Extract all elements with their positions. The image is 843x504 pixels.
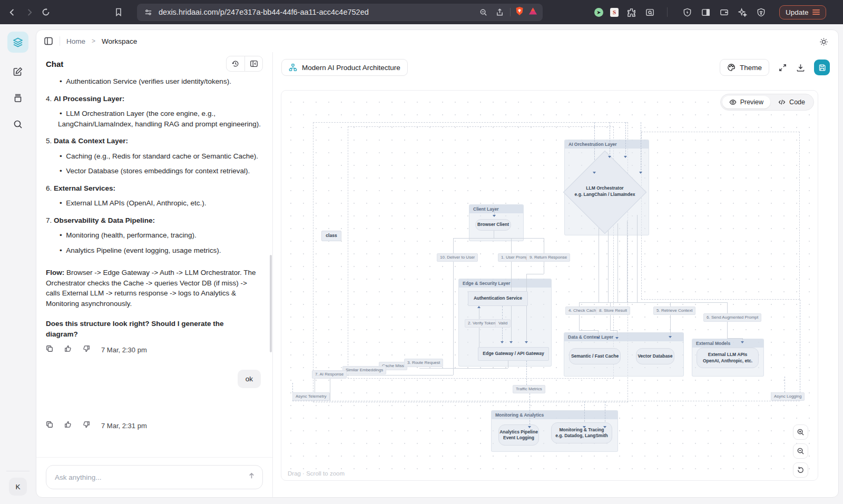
panel-toggle-icon[interactable] — [44, 36, 53, 46]
chat-scrollbar[interactable] — [270, 255, 272, 352]
brave-shield-icon[interactable] — [515, 6, 524, 18]
forward-icon[interactable] — [23, 6, 35, 18]
zoom-out-icon[interactable] — [793, 443, 808, 459]
bookmark-icon[interactable] — [113, 6, 124, 18]
chevron-right-icon: > — [92, 37, 95, 45]
message-timestamp: 7 Mar, 2:30 pm — [101, 345, 147, 355]
assistant-flow: Flow: Browser -> Edge Gateway -> Auth ->… — [46, 268, 261, 309]
chat-toolbar — [226, 56, 263, 72]
node-authentication-service[interactable]: Authentication Service — [468, 291, 528, 306]
compose-icon[interactable] — [13, 66, 23, 79]
code-tab[interactable]: Code — [771, 96, 812, 108]
edge-label: 6. Send Augmented Prompt — [703, 313, 761, 322]
history-icon[interactable] — [227, 56, 244, 71]
reload-icon[interactable] — [40, 6, 52, 18]
zoom-page-icon[interactable] — [477, 6, 489, 18]
node-class[interactable]: class — [321, 231, 341, 241]
breadcrumb: Home > Workspace — [66, 37, 137, 45]
node-edge-gateway[interactable]: Edge Gateway / API Gateway — [478, 347, 549, 361]
breadcrumb-current: Workspace — [102, 37, 137, 45]
extensions-group: ➤ S — [594, 6, 655, 18]
canvas-toolbar: Modern AI Product Architecture Theme — [273, 52, 838, 83]
preview-tab[interactable]: Preview — [722, 96, 770, 108]
vpn-shield-icon[interactable] — [755, 6, 767, 18]
message-actions: 7 Mar, 2:31 pm — [46, 421, 261, 431]
rewards-icon[interactable] — [681, 6, 693, 18]
send-icon[interactable] — [248, 472, 256, 481]
edge-label: 5. Retrieve Context — [653, 307, 695, 315]
node-external-llm-apis[interactable]: External LLM APIsOpenAI, Anthropic, etc. — [697, 348, 759, 368]
archive-icon[interactable] — [13, 93, 23, 105]
container-title: Data & Context Layer — [564, 333, 683, 341]
edge-label: 7. AI Response — [312, 370, 347, 379]
container-title: Monitoring & Analytics — [492, 411, 617, 419]
copy-icon[interactable] — [46, 421, 53, 431]
leo-ai-sparkles-icon[interactable] — [737, 6, 748, 18]
divider — [60, 36, 60, 46]
diagram-icon — [289, 63, 297, 72]
sidebar-toggle-browser-icon[interactable] — [700, 6, 711, 18]
url-text[interactable]: dexis.hridaai.com/p/247e317a-bb44-44f6-a… — [159, 8, 473, 16]
canvas-actions: Theme — [720, 59, 830, 76]
reset-view-icon[interactable] — [793, 462, 808, 478]
brave-triangle-icon[interactable] — [528, 7, 537, 17]
browser-actions-group — [681, 6, 767, 18]
thumbs-down-icon[interactable] — [83, 421, 90, 431]
chat-input[interactable] — [46, 465, 263, 489]
wallet-icon[interactable] — [718, 6, 730, 18]
user-avatar[interactable]: K — [9, 478, 27, 496]
save-button[interactable] — [814, 60, 830, 75]
edge-label: Traffic Metrics — [513, 385, 545, 393]
puzzle-extensions-icon[interactable] — [625, 6, 637, 18]
thumbs-down-icon[interactable] — [83, 345, 90, 355]
theme-button[interactable]: Theme — [720, 59, 769, 76]
assistant-question: Does this structure look right? Should I… — [46, 319, 241, 339]
user-message-bubble: ok — [238, 370, 261, 389]
theme-toggle-sun-icon[interactable] — [816, 34, 831, 49]
thumbs-up-icon[interactable] — [64, 421, 72, 431]
diagram-group-boundary — [641, 132, 800, 300]
fullscreen-icon[interactable] — [778, 63, 787, 72]
edge-label: 9. Return Response — [526, 253, 570, 262]
edge-label: Async Logging — [771, 392, 805, 401]
zoom-in-icon[interactable] — [793, 424, 808, 440]
chat-messages[interactable]: Authentication Service (verifies user id… — [36, 75, 272, 457]
back-icon[interactable] — [6, 6, 18, 18]
canvas-zoom-controls — [793, 424, 808, 478]
assistant-bullet: LLM Orchestration Layer (the core engine… — [46, 108, 261, 129]
assistant-bullet: Vector Database (stores embeddings for c… — [46, 166, 261, 176]
diagram-canvas[interactable]: Preview Code AI Orchestration Layer Clie… — [281, 90, 818, 481]
collapse-panel-icon[interactable] — [244, 56, 262, 71]
copy-icon[interactable] — [46, 345, 53, 355]
theme-label: Theme — [740, 64, 762, 72]
site-settings-icon[interactable] — [142, 6, 154, 18]
diagram-title-chip[interactable]: Modern AI Product Architecture — [281, 59, 408, 76]
node-vector-database[interactable]: Vector Database — [636, 348, 674, 364]
edge-label: Similar Embeddings — [342, 366, 386, 374]
workspace-header: Home > Workspace — [36, 30, 838, 52]
share-icon[interactable] — [494, 6, 505, 18]
update-button[interactable]: Update — [779, 5, 826, 19]
update-label: Update — [786, 8, 809, 16]
download-icon[interactable] — [796, 63, 805, 72]
screenshot-search-icon[interactable] — [644, 6, 655, 18]
node-analytics-pipeline[interactable]: Analytics PipelineEvent Logging — [498, 424, 539, 446]
url-bar[interactable]: dexis.hridaai.com/p/247e317a-bb44-44f6-a… — [137, 4, 543, 21]
user-message-row: ok — [46, 370, 261, 389]
thumbs-up-icon[interactable] — [64, 345, 72, 355]
app-logo[interactable] — [7, 32, 28, 53]
diagram-dashed-line — [785, 377, 785, 392]
chat-title: Chat — [46, 60, 226, 68]
s-extension-icon[interactable]: S — [610, 8, 619, 17]
cursor-extension-icon[interactable]: ➤ — [594, 8, 603, 17]
search-icon[interactable] — [13, 119, 23, 132]
edge-label: 8. Store Result — [596, 307, 630, 315]
container-title: Client Layer — [469, 205, 523, 213]
assistant-section-title: 6. External Services: — [46, 183, 261, 194]
node-semantic-cache[interactable]: Semantic / Fast Cache — [569, 348, 621, 364]
assistant-bullet: Caching (e.g., Redis for standard cache … — [46, 151, 261, 162]
container-title: Edge & Security Layer — [459, 279, 551, 288]
node-browser-client[interactable]: Browser Client — [475, 219, 511, 231]
breadcrumb-home[interactable]: Home — [66, 37, 85, 45]
node-monitoring-tracing[interactable]: Monitoring & Tracinge.g. Datadog, LangSm… — [551, 422, 612, 443]
